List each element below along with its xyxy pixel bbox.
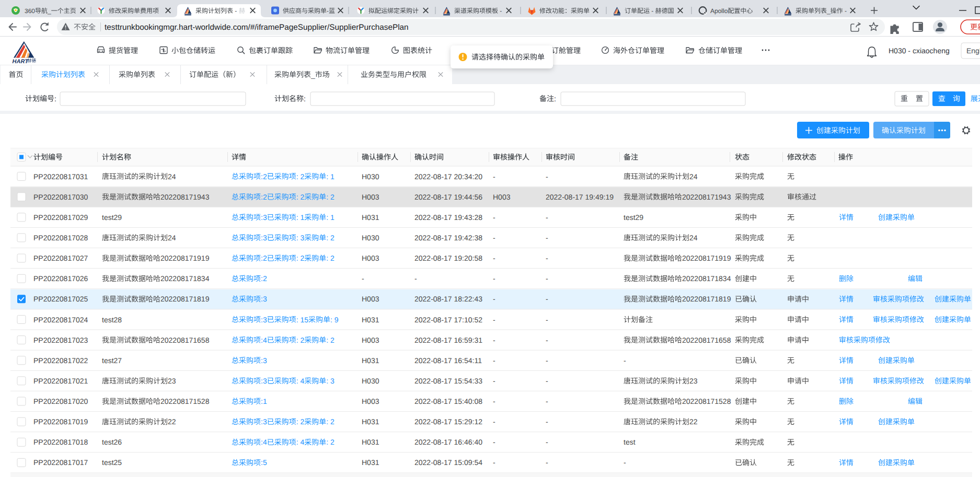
svg-text:-: -	[327, 7, 329, 15]
svg-text:: 9: : 9	[330, 316, 339, 324]
svg-text:202208171528: 202208171528	[682, 397, 731, 405]
svg-text:HART: HART	[13, 59, 29, 65]
svg-text:2022-08-17 19:43:28: 2022-08-17 19:43:28	[414, 213, 482, 222]
svg-text:-: -	[493, 316, 495, 324]
svg-text:H031: H031	[362, 356, 379, 365]
svg-text:: 2: : 2	[326, 417, 335, 426]
svg-text:-: -	[362, 274, 364, 283]
svg-text:-: -	[493, 356, 495, 365]
svg-text:H030: H030	[362, 377, 379, 385]
svg-text:-: -	[500, 7, 502, 15]
svg-text::: :	[304, 95, 306, 103]
svg-text:-: -	[546, 458, 548, 467]
svg-text::1: :1	[261, 397, 267, 405]
svg-text:_: _	[47, 7, 51, 15]
svg-text:H003: H003	[493, 193, 511, 201]
svg-text:-: -	[493, 438, 495, 446]
svg-text:-: -	[845, 7, 847, 15]
svg-text:: 1: : 1	[326, 172, 335, 181]
svg-text:202208171834: 202208171834	[160, 274, 210, 283]
svg-text:-: -	[546, 377, 548, 385]
svg-text:-: -	[546, 213, 548, 222]
svg-text:-: -	[651, 7, 653, 15]
svg-text::: :	[54, 95, 56, 103]
svg-text:test27: test27	[102, 356, 122, 365]
svg-text:24: 24	[168, 172, 176, 181]
svg-text:H003: H003	[362, 193, 379, 201]
svg-text:2022-08-17 19:42:38: 2022-08-17 19:42:38	[414, 234, 482, 242]
svg-text:2022-08-17 15:09:54: 2022-08-17 15:09:54	[414, 458, 482, 467]
svg-text:PP20220817019: PP20220817019	[33, 417, 88, 426]
svg-text:test26: test26	[102, 438, 122, 446]
svg-text:PP20220817026: PP20220817026	[33, 274, 88, 283]
svg-text:-: -	[493, 213, 495, 222]
svg-text:202208171819: 202208171819	[160, 295, 210, 303]
svg-text:22: 22	[168, 417, 176, 426]
svg-text:H031: H031	[362, 458, 379, 467]
svg-text:-: -	[546, 172, 548, 181]
svg-text:testtrunkbookingmgr.hart-world: testtrunkbookingmgr.hart-worldwide.com/#…	[105, 23, 409, 32]
svg-text:H030: H030	[362, 234, 379, 242]
svg-text:202208171658: 202208171658	[682, 336, 731, 344]
svg-text:2022-08-17 19:44:56: 2022-08-17 19:44:56	[414, 193, 482, 201]
svg-text:202208171658: 202208171658	[160, 336, 210, 344]
svg-text:: 2: : 2	[296, 417, 305, 426]
svg-text:2022-08-17 15:40:08: 2022-08-17 15:40:08	[414, 397, 482, 405]
svg-text:Engl: Engl	[966, 46, 980, 55]
svg-text:202208171919: 202208171919	[682, 254, 731, 262]
svg-text:test29: test29	[624, 213, 643, 222]
svg-text:H030: H030	[362, 172, 379, 181]
svg-text:: 2: : 2	[326, 254, 335, 262]
svg-text:2022-08-17 16:54:11: 2022-08-17 16:54:11	[414, 356, 482, 365]
svg-text:: 3: : 3	[296, 234, 305, 242]
svg-text:-: -	[493, 234, 495, 242]
svg-text:-: -	[624, 458, 626, 467]
svg-text:: 4: : 4	[296, 438, 305, 446]
svg-text:_: _	[310, 71, 315, 79]
svg-text:PP20220817028: PP20220817028	[33, 234, 88, 242]
svg-text:: 2: : 2	[326, 234, 335, 242]
svg-text:: 2: : 2	[296, 172, 305, 181]
svg-text::2: :2	[261, 274, 267, 283]
svg-text:2022-08-17 18:22:43: 2022-08-17 18:22:43	[414, 295, 482, 303]
svg-text:: 1: : 1	[296, 213, 305, 222]
svg-text:PP20220817027: PP20220817027	[33, 254, 88, 262]
svg-text:22: 22	[689, 417, 698, 426]
svg-text:-: -	[624, 356, 626, 365]
svg-text:2022-08-17 19:49:19: 2022-08-17 19:49:19	[546, 193, 614, 201]
svg-text:PP20220817021: PP20220817021	[33, 377, 88, 385]
svg-text:: 4: : 4	[296, 377, 305, 385]
svg-text:2022-08-17 16:59:31: 2022-08-17 16:59:31	[414, 336, 482, 344]
svg-text:2022-08-17 19:20:58: 2022-08-17 19:20:58	[414, 254, 482, 262]
svg-text:PP20220817022: PP20220817022	[33, 356, 88, 365]
svg-text:-: -	[546, 417, 548, 426]
svg-text:PP20220817017: PP20220817017	[33, 458, 88, 467]
svg-text:H031: H031	[362, 438, 379, 446]
svg-text::2: :2	[261, 193, 267, 201]
svg-text:202208171943: 202208171943	[682, 193, 731, 201]
svg-text::3: :3	[261, 356, 267, 365]
svg-text:PP20220817030: PP20220817030	[33, 193, 88, 201]
svg-text:2022-08-17 15:29:12: 2022-08-17 15:29:12	[414, 417, 482, 426]
svg-text:: 2: : 2	[326, 193, 335, 201]
svg-text:24: 24	[168, 234, 176, 242]
svg-text:-: -	[546, 254, 548, 262]
svg-text:2022-08-17 17:10:52: 2022-08-17 17:10:52	[414, 316, 482, 324]
svg-text:: 2: : 2	[296, 336, 305, 344]
svg-text:-: -	[546, 234, 548, 242]
svg-text::3: :3	[261, 295, 267, 303]
svg-text:: 2: : 2	[326, 438, 335, 446]
svg-text::3: :3	[261, 377, 267, 385]
svg-text:-: -	[493, 274, 495, 283]
svg-text:H003: H003	[362, 397, 379, 405]
svg-text:-: -	[546, 336, 548, 344]
svg-text:PP20220817031: PP20220817031	[33, 172, 88, 181]
svg-text:H003: H003	[362, 295, 379, 303]
svg-text:-: -	[235, 7, 237, 15]
svg-text:H031: H031	[362, 316, 379, 324]
svg-text:-: -	[493, 377, 495, 385]
svg-text:-: -	[493, 295, 495, 303]
svg-text::3: :3	[261, 213, 267, 222]
svg-text:24: 24	[689, 172, 698, 181]
svg-text:test29: test29	[102, 213, 122, 222]
